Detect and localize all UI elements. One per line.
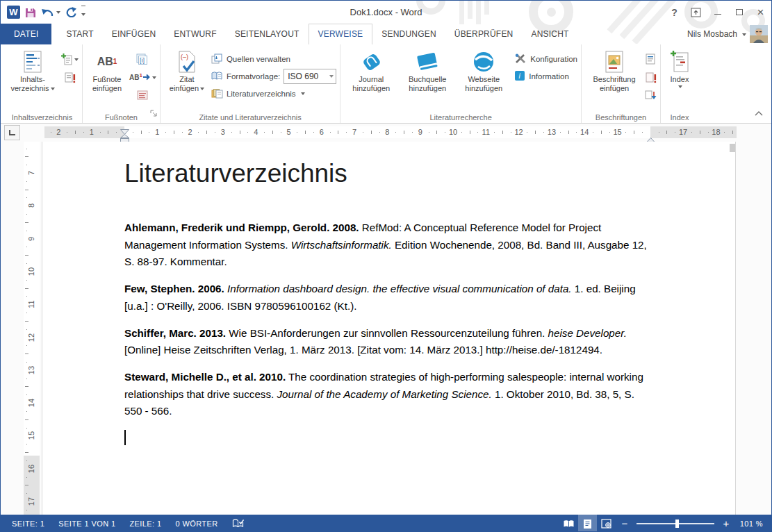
hruler-tick [330, 132, 331, 133]
index-button[interactable]: Index [664, 47, 695, 109]
configuration-button[interactable]: Konfiguration [515, 50, 577, 67]
hruler-tick [264, 132, 265, 133]
word-logo-icon: W [7, 6, 20, 19]
help-button[interactable]: ? [664, 1, 685, 24]
bibliography-button[interactable]: Literaturverzeichnis [211, 85, 336, 102]
zoom-slider[interactable] [637, 523, 714, 524]
collapse-ribbon-button[interactable] [755, 106, 763, 119]
status-page-of[interactable]: SEITE 1 VON 1 [51, 515, 122, 532]
hruler-tick [700, 131, 700, 134]
style-combobox[interactable]: ISO 690 [284, 69, 336, 84]
quick-access-toolbar: W [1, 6, 85, 19]
tab-start[interactable]: START [57, 24, 102, 44]
account-area[interactable]: Nils Mosbach [687, 24, 771, 44]
update-table-icon [65, 72, 76, 83]
vertical-scrollbar-thumb[interactable] [730, 144, 735, 152]
bibliography-entry: Ahlemann, Frederik und Riempp, Gerold. 2… [124, 219, 650, 271]
vruler-tick [26, 510, 27, 510]
customize-qat-button[interactable] [81, 6, 85, 19]
vruler-tick [25, 354, 28, 354]
horizontal-ruler[interactable]: 211234567891011121314151718 [44, 126, 737, 138]
status-page[interactable]: SEITE: 1 [5, 515, 51, 532]
update-table-button[interactable] [61, 68, 79, 86]
zoom-slider-thumb[interactable] [675, 519, 679, 528]
status-line[interactable]: ZEILE: 1 [122, 515, 168, 532]
tab-verweise[interactable]: VERWEISE [309, 24, 373, 44]
tab-sendungen[interactable]: SENDUNGEN [372, 24, 445, 44]
hruler-tick [511, 132, 511, 133]
vruler-tick [26, 197, 27, 198]
information-button[interactable]: i Information [515, 67, 577, 85]
cross-reference-button[interactable] [645, 86, 657, 104]
hruler-tick [527, 132, 527, 133]
vruler-tick [26, 149, 27, 149]
page[interactable]: Literaturverzeichnis Ahlemann, Frederik … [42, 142, 736, 515]
vertical-ruler[interactable]: 7891011121314151617 [1, 142, 41, 515]
insert-table-of-figures-button[interactable] [645, 50, 657, 68]
chevron-down-icon [74, 58, 79, 63]
zoom-in-button[interactable]: + [717, 515, 735, 532]
vruler-number: 14 [26, 398, 36, 408]
insert-caption-button[interactable]: Beschriftung einfügen [585, 47, 643, 109]
add-book-button[interactable]: Buchquelle hinzufügen [400, 47, 455, 109]
next-footnote-button[interactable]: AB1 [129, 68, 156, 86]
read-mode-button[interactable] [559, 515, 578, 532]
group-fussnoten: AB1 Fußnote einfügen [i] AB1 [83, 44, 161, 123]
undo-button[interactable] [41, 8, 60, 17]
zoom-out-button[interactable]: − [616, 515, 634, 532]
redo-button[interactable] [65, 7, 76, 17]
tab-überprüfen[interactable]: ÜBERPRÜFEN [445, 24, 523, 44]
tab-seitenlayout[interactable]: SEITENLAYOUT [226, 24, 309, 44]
hruler-tick [675, 132, 675, 133]
toc-button[interactable]: Inhalts- verzeichnis [6, 47, 60, 109]
add-website-button[interactable]: Webseite hinzufügen [457, 47, 511, 109]
web-layout-button[interactable] [597, 515, 616, 532]
ribbon-display-options-button[interactable] [685, 1, 707, 24]
status-words[interactable]: 0 WÖRTER [168, 515, 224, 532]
table-of-figures-icon [646, 53, 656, 65]
insert-footnote-button[interactable]: AB1 Fußnote einfügen [86, 47, 128, 109]
hruler-number: 17 [678, 128, 688, 136]
minimize-button[interactable] [707, 1, 728, 24]
hruler-tick [379, 132, 380, 133]
maximize-button[interactable] [728, 1, 750, 24]
avatar[interactable] [750, 25, 768, 43]
show-notes-button[interactable] [129, 86, 156, 104]
hruler-number: 8 [382, 128, 392, 136]
save-button[interactable] [25, 7, 36, 18]
proofing-status-button[interactable] [225, 519, 251, 529]
hruler-tick [593, 132, 593, 133]
zoom-level[interactable]: 101 % [735, 519, 771, 528]
vruler-tick [25, 386, 28, 387]
chevron-down-icon [51, 88, 55, 92]
tab-entwurf[interactable]: ENTWURF [165, 24, 225, 44]
hruler-tick [445, 132, 445, 133]
tab-datei[interactable]: DATEI [1, 24, 51, 44]
vruler-tick [26, 231, 27, 231]
tab-einfügen[interactable]: EINFÜGEN [103, 24, 165, 44]
print-layout-button[interactable] [578, 515, 597, 532]
hruler-tick [116, 132, 117, 133]
manage-sources-button[interactable]: Quellen verwalten [211, 50, 336, 67]
proofing-icon [232, 519, 244, 529]
tab-ansicht[interactable]: ANSICHT [522, 24, 577, 44]
hruler-tick [272, 131, 273, 134]
vruler-tick [26, 313, 27, 313]
bibliography-icon [211, 88, 223, 99]
close-button[interactable]: × [750, 1, 771, 24]
insert-endnote-button[interactable]: [i] [129, 50, 156, 68]
vruler-tick [26, 493, 27, 494]
tab-stop-selector[interactable] [4, 125, 20, 140]
update-table-of-figures-button[interactable] [645, 68, 657, 86]
vruler-number: 8 [26, 201, 36, 210]
hruler-number: 2 [54, 128, 63, 136]
vruler-tick [25, 190, 28, 190]
insert-citation-button[interactable]: (–) Zitat einfügen [164, 47, 210, 109]
hruler-tick [371, 131, 372, 134]
add-journal-button[interactable]: Journal hinzufügen [344, 47, 398, 109]
hruler-number: 11 [481, 128, 491, 136]
vruler-tick [26, 296, 27, 297]
hruler-tick [133, 132, 133, 133]
add-text-button[interactable] [61, 50, 79, 68]
hruler-tick [568, 131, 569, 134]
